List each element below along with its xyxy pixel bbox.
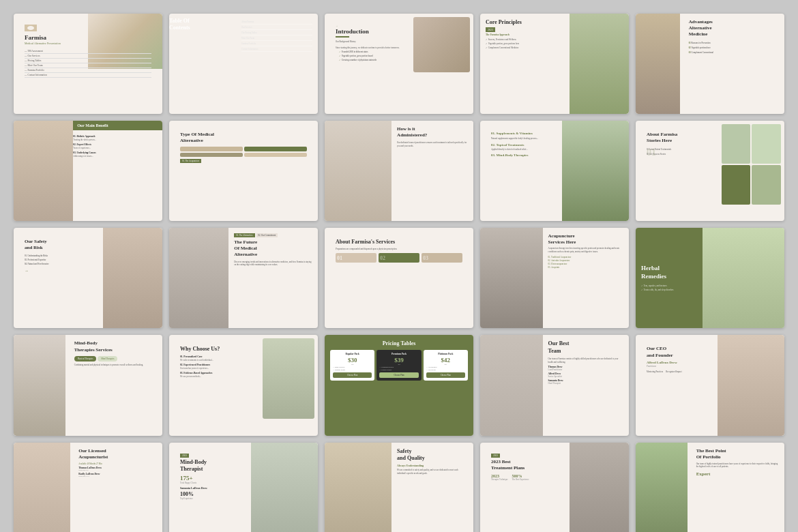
slide-24-title: 2023 BestTreatment Plans: [491, 459, 563, 471]
slide-10-title: About FarmisaStories Here: [647, 132, 718, 144]
slide-7-type-medical: Type Of MedicalAlternative 01. The Acupu…: [169, 121, 318, 221]
slide-20-title: Our CEOand Founder: [647, 346, 711, 358]
slide-21-image: [14, 443, 70, 532]
slide-13-services: About Farmisa's Services Preparations ar…: [325, 228, 473, 328]
slide-11-safety-risk: Our Safetyand Risk 01. Understanding the…: [14, 228, 162, 328]
slide-5-image: [636, 14, 680, 114]
slide-3-body: Our Background HistorySince starting thi…: [336, 40, 462, 50]
slide-14-image: [480, 228, 543, 328]
slide-20-name: Alfred LaDeux Drew: [647, 361, 711, 364]
slide-15-image: [703, 228, 784, 328]
slide-16-title: Mind-BodyTherapies Services: [74, 340, 157, 353]
slide-17-why-choose: Why Choose Us? 01. Personalized Care We …: [169, 335, 318, 435]
slide-20-image: [718, 335, 784, 435]
slide-25-portfolio: The Best PointOf Portfolio Our team of h…: [636, 443, 784, 532]
slide-13-title: About Farmisa's Services: [336, 239, 462, 245]
slide-5-title: AdvantagesAlternativeMedicine: [689, 19, 779, 38]
slide-20-ceo: Our CEOand Founder Alfred LaDeux Drew Pr…: [636, 335, 784, 435]
slide-7-title: Type Of MedicalAlternative: [180, 132, 307, 144]
slide-12-image: [169, 228, 228, 328]
slide-11-image: [103, 228, 162, 328]
slide-5-advantages: AdvantagesAlternativeMedicine 01 Reasons…: [636, 14, 784, 114]
slide-9-image: [562, 121, 629, 221]
slide-6-image: [14, 121, 73, 221]
slide-17-image: [263, 338, 314, 419]
slide-25-title: The Best PointOf Portfolio: [696, 448, 779, 460]
slide-23-title: Safetyand Quality: [397, 448, 468, 462]
slide-15-title: HerbalRemedies: [641, 265, 697, 280]
slide-3-title: Introduction: [336, 28, 462, 35]
slide-19-title: Our BestTeam: [548, 340, 623, 355]
slide-16-image: [14, 335, 65, 435]
slide-8-title: How is itAdministered?: [397, 126, 468, 138]
slide-4-image: [570, 14, 629, 114]
slide-3-introduction: → Introduction Our Background HistorySin…: [325, 14, 473, 114]
slide-24-treatment-plans: 2023 2023 BestTreatment Plans 2023 Thera…: [480, 443, 629, 532]
slide-1-subtitle: Medical Alternative Presentation: [25, 42, 151, 45]
slide-1-title: Farmisa: [25, 34, 151, 41]
slide-1-menu: — TM Assessment — Our Services — Pricing…: [25, 49, 151, 78]
slide-6-title: Our Main Benefit: [73, 121, 162, 130]
slide-1-farmisa: Farmisa Medical Alternative Presentation…: [14, 14, 162, 114]
slide-24-image: [570, 443, 629, 532]
slide-12-title: The FutureOf MedicalAlternative: [234, 239, 312, 258]
slide-6-main-benefit: Our Main Benefit 01. Holistic Approach T…: [14, 121, 162, 221]
slide-2-toc: 01 Table OfContents About Farmisa→ Our S…: [169, 14, 318, 114]
slide-22-title: Mind-BodyTherapist: [180, 459, 245, 473]
slide-4-core-principles: Core Principles 2023 The Farmisa Approac…: [480, 14, 629, 114]
slide-14-acupuncture: AcupunctureServices Here Acupuncture the…: [480, 228, 629, 328]
slide-8-administered: How is itAdministered? Our dedicated tea…: [325, 121, 473, 221]
slide-10-images: [722, 124, 781, 205]
slide-grid: Farmisa Medical Alternative Presentation…: [14, 14, 784, 532]
slide-9-title: 01. Supplements & Vitamins: [491, 132, 556, 135]
slide-23-image: [325, 443, 391, 532]
slide-22-therapist: 2023 Mind-BodyTherapist 175+ Total Happy…: [169, 443, 318, 532]
slide-22-image: [251, 443, 318, 532]
slide-12-future: 01. The Alternatives 02. Our Commitment …: [169, 228, 318, 328]
slide-4-title: Core Principles: [486, 19, 567, 25]
slide-23-safety-quality: Safetyand Quality Always Understanding W…: [325, 443, 473, 532]
slide-21-licensed: Our LicensedAcupuncturist Available 40 M…: [14, 443, 162, 532]
slide-10-stories: About FarmisaStories Here 01 01 Latest P…: [636, 121, 784, 221]
slide-11-title: Our Safetyand Risk: [25, 239, 99, 251]
slide-17-title: Why Choose Us?: [180, 346, 254, 352]
slide-18-pricing: Pricing Tables Regular Pack $30 /mo — Ba…: [325, 335, 473, 435]
slide-2-title: Table OfContents: [169, 18, 236, 32]
slide-14-title: AcupunctureServices Here: [548, 233, 623, 246]
slide-19-team: Our BestTeam Our team at Farmisa consist…: [480, 335, 629, 435]
slide-8-image: [325, 121, 391, 221]
slide-19-image: [480, 335, 543, 435]
slide-15-herbal: HerbalRemedies ✓ Teas, capsules, and tin…: [636, 228, 784, 328]
slide-9-supplements: 01. Supplements & Vitamins Natural suppl…: [480, 121, 629, 221]
slide-25-image: [636, 443, 688, 532]
slide-21-title: Our LicensedAcupuncturist: [78, 448, 157, 460]
slide-16-mind-body: Mind-BodyTherapies Services Physical The…: [14, 335, 162, 435]
slide-18-title: Pricing Tables: [330, 340, 468, 346]
